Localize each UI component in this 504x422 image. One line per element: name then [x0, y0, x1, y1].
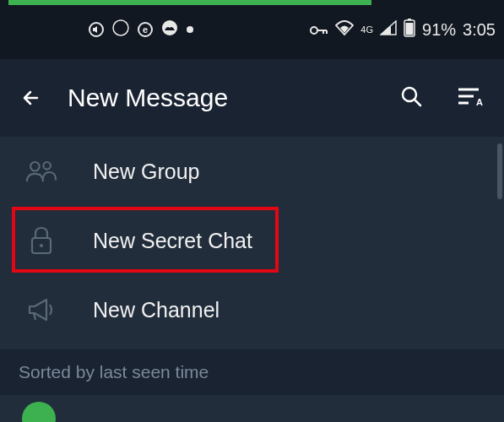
dot-icon: [187, 26, 193, 33]
status-left: e: [8, 19, 193, 41]
menu-label-new-secret-chat: New Secret Chat: [93, 229, 252, 253]
status-bar: e 4G 91% 3:05: [0, 0, 504, 59]
search-button[interactable]: [399, 84, 423, 111]
back-button[interactable]: [20, 87, 42, 109]
app-bar-actions: A: [399, 84, 484, 111]
section-header: Sorted by last seen time: [0, 349, 504, 395]
lock-icon: [25, 225, 57, 257]
section-header-label: Sorted by last seen time: [19, 362, 209, 382]
sort-button[interactable]: A: [457, 85, 484, 111]
menu-item-new-secret-chat[interactable]: New Secret Chat: [0, 206, 504, 275]
page-title: New Message: [68, 84, 374, 112]
svg-point-15: [30, 162, 39, 170]
e-icon: e: [138, 22, 153, 37]
contact-avatar[interactable]: [22, 402, 56, 422]
svg-point-16: [43, 162, 51, 170]
vpn-icon: [161, 19, 178, 41]
svg-rect-8: [406, 23, 414, 35]
megaphone-icon: [25, 294, 57, 326]
wifi-icon: [335, 20, 354, 40]
group-icon: [25, 155, 57, 187]
top-accent-bar: [8, 0, 371, 5]
app-bar: New Message A: [0, 59, 504, 137]
status-right: 4G 91% 3:05: [310, 19, 496, 41]
sound-icon: [89, 22, 104, 37]
key-icon: [310, 20, 328, 40]
scrollbar-thumb[interactable]: [497, 143, 502, 199]
svg-point-18: [40, 244, 43, 247]
battery-icon: [404, 19, 415, 41]
menu-item-new-group[interactable]: New Group: [0, 137, 504, 206]
svg-point-2: [311, 27, 317, 34]
battery-percent: 91%: [422, 20, 456, 40]
svg-point-0: [113, 20, 128, 35]
menu-label-new-group: New Group: [93, 160, 199, 184]
moon-icon: [112, 19, 129, 41]
clock-time: 3:05: [463, 20, 496, 40]
menu-label-new-channel: New Channel: [93, 298, 219, 322]
content-area: New Group New Secret Chat New Channel So…: [0, 137, 504, 422]
network-type: 4G: [360, 24, 373, 35]
menu-item-new-channel[interactable]: New Channel: [0, 275, 504, 344]
svg-text:A: A: [476, 97, 483, 107]
svg-line-10: [415, 100, 420, 106]
signal-icon: [380, 20, 397, 40]
